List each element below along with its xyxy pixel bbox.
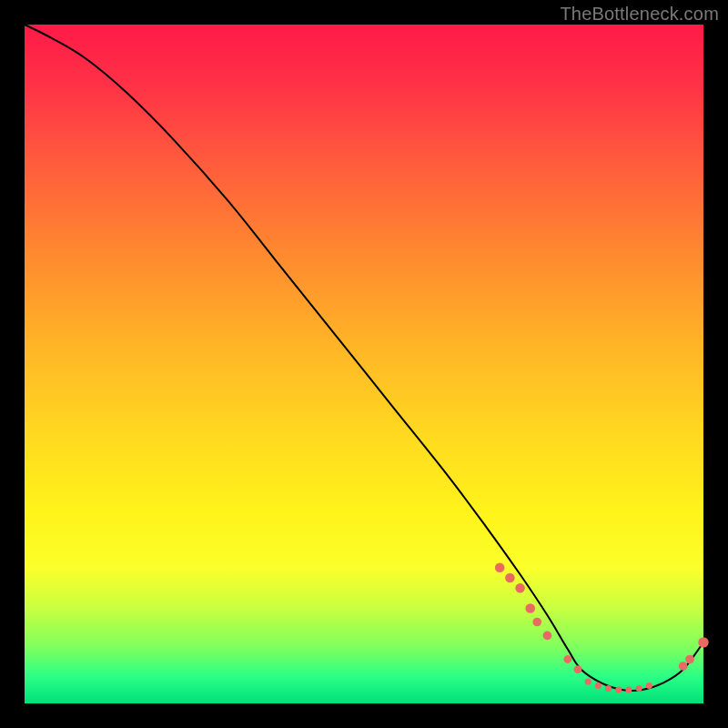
bottleneck-curve xyxy=(25,25,703,691)
marker-dot xyxy=(585,679,592,685)
marker-dot xyxy=(525,603,535,613)
curve-layer xyxy=(25,25,703,703)
marker-dot xyxy=(679,662,688,671)
marker-dot xyxy=(685,655,694,664)
marker-dot xyxy=(636,685,642,692)
marker-dot xyxy=(605,685,612,692)
watermark-text: TheBottleneck.com xyxy=(560,4,719,25)
marker-dot xyxy=(505,573,515,583)
marker-dot xyxy=(698,637,708,647)
marker-dot xyxy=(543,632,552,641)
marker-dot xyxy=(574,665,582,673)
marker-dot xyxy=(615,687,622,693)
marker-dot xyxy=(563,655,571,663)
plot-area xyxy=(25,25,703,703)
marker-dot xyxy=(625,687,632,693)
chart-frame: TheBottleneck.com xyxy=(0,0,728,728)
highlight-points xyxy=(495,563,709,693)
marker-dot xyxy=(595,682,602,689)
marker-dot xyxy=(515,583,525,593)
marker-dot xyxy=(646,682,652,689)
marker-dot xyxy=(532,618,541,627)
marker-dot xyxy=(495,563,505,573)
